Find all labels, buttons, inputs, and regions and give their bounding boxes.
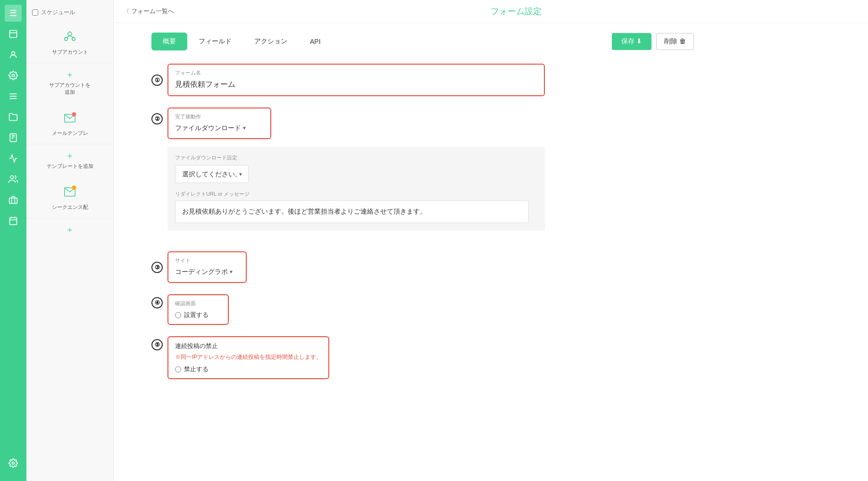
section2-select-box: 完了後動作 ファイルダウンロード リダイレクト メッセージ表示 — [167, 108, 271, 139]
redirect-section: リダイレクトURL or メッセージ — [175, 191, 537, 223]
sidebar-chart-icon[interactable] — [5, 150, 22, 167]
section-spam: ⑤ 連続投稿の禁止 ※同一IPアドレスからの連続投稿を指定時間禁止します。 禁止… — [151, 336, 694, 379]
confirmation-radio-text: 設置する — [184, 311, 209, 319]
section5-container: 連続投稿の禁止 ※同一IPアドレスからの連続投稿を指定時間禁止します。 禁止する — [167, 336, 329, 379]
sidebar-list-icon[interactable] — [5, 88, 22, 105]
sidebar-calc-icon[interactable] — [5, 129, 22, 146]
mail-template-item[interactable]: メールテンプレ — [26, 101, 113, 144]
section1-number: ① — [151, 75, 163, 86]
add-sequence[interactable]: ＋ — [26, 218, 113, 242]
svg-point-19 — [65, 38, 67, 41]
svg-line-22 — [70, 36, 74, 38]
section-form-name: ① フォーム名 — [151, 64, 694, 96]
redirect-input[interactable] — [175, 200, 529, 223]
svg-point-20 — [72, 38, 75, 41]
sub-account-label: サブアカウント — [52, 49, 88, 56]
section-confirmation: ④ 確認画面 設置する — [151, 294, 694, 325]
completion-action-label: 完了後動作 — [175, 113, 264, 120]
add-template-icon: ＋ — [66, 150, 74, 161]
svg-rect-7 — [10, 134, 16, 142]
add-sequence-icon: ＋ — [66, 224, 74, 235]
spam-description: ※同一IPアドレスからの連続投稿を指定時間禁止します。 — [175, 353, 322, 361]
sidebar-folder-icon[interactable] — [5, 108, 22, 125]
svg-rect-12 — [9, 198, 17, 204]
file-download-label: ファイルダウンロード設定 — [175, 154, 537, 161]
sidebar-gear-icon[interactable] — [5, 67, 22, 84]
section-site: ③ サイト コーディングラボ — [151, 251, 694, 283]
content-area: 概要 フィールド アクション API 保存 ⬇ 削除 🗑 ① フォーム名 — [114, 23, 868, 481]
sidebar-menu-icon[interactable]: ☰ — [5, 5, 22, 22]
delete-label: 削除 🗑 — [664, 37, 686, 46]
file-download-settings: ファイルダウンロード設定 選択してください。 リダイレクトURL or メッセー… — [167, 147, 545, 231]
section4-container: 確認画面 設置する — [167, 294, 229, 325]
add-template-label: テンプレートを追加 — [47, 163, 93, 170]
sidebar-cloud-icon[interactable] — [5, 25, 22, 42]
sequence-item[interactable]: シークエンス配 — [26, 175, 113, 218]
completion-select-wrapper: ファイルダウンロード リダイレクト メッセージ表示 — [175, 122, 252, 133]
sidebar-users-icon[interactable] — [5, 171, 22, 188]
spam-radio[interactable] — [175, 366, 181, 373]
spam-radio-label[interactable]: 禁止する — [175, 365, 322, 373]
add-sub-account[interactable]: ＋ サブアカウントを追加 — [26, 63, 113, 101]
sidebar-calendar-icon[interactable] — [5, 212, 22, 229]
svg-point-26 — [72, 186, 76, 190]
sub-account-icon — [60, 27, 79, 46]
schedule-checkbox[interactable] — [32, 9, 38, 16]
svg-rect-13 — [10, 217, 17, 224]
section4-number: ④ — [151, 297, 163, 308]
add-template[interactable]: ＋ テンプレートを追加 — [26, 144, 113, 175]
tab-actions[interactable]: アクション — [243, 33, 299, 50]
schedule-header[interactable]: スケジュール — [26, 5, 113, 20]
section2-container: 完了後動作 ファイルダウンロード リダイレクト メッセージ表示 ファイルダウンロ… — [167, 108, 694, 240]
file-select-wrapper: 選択してください。 — [175, 165, 249, 183]
site-select-wrapper: コーディングラボ — [175, 266, 239, 277]
form-name-label: フォーム名 — [175, 69, 537, 76]
sub-sidebar: スケジュール サブアカウント ＋ サブアカウントを追加 メールテンプレ — [26, 0, 114, 481]
mail-template-label: メールテンプレ — [52, 130, 88, 137]
save-label: 保存 ⬇ — [621, 37, 642, 46]
site-label: サイト — [175, 257, 239, 264]
add-sub-account-icon: ＋ — [66, 69, 74, 80]
main-content: 〈 フォーム一覧へ フォーム設定 概要 フィールド アクション API 保存 ⬇… — [114, 0, 868, 481]
svg-point-17 — [12, 462, 15, 464]
tab-overview[interactable]: 概要 — [151, 33, 187, 50]
confirmation-label: 確認画面 — [175, 300, 221, 307]
back-link[interactable]: 〈 フォーム一覧へ — [123, 7, 174, 16]
svg-point-2 — [12, 51, 15, 55]
completion-select[interactable]: ファイルダウンロード リダイレクト メッセージ表示 — [175, 122, 252, 133]
mail-template-icon — [60, 108, 79, 127]
form-name-input[interactable] — [175, 78, 537, 91]
section3-container: サイト コーディングラボ — [167, 251, 247, 283]
section1-container: フォーム名 — [167, 64, 545, 96]
site-select[interactable]: コーディングラボ — [175, 266, 239, 277]
page-title: フォーム設定 — [174, 6, 859, 17]
svg-point-24 — [72, 112, 76, 116]
svg-point-3 — [12, 75, 15, 77]
sidebar-building-icon[interactable] — [5, 191, 22, 208]
add-sub-account-label: サブアカウントを追加 — [49, 82, 91, 96]
svg-line-21 — [66, 36, 70, 38]
sub-account-item[interactable]: サブアカウント — [26, 20, 113, 63]
section2-number: ② — [151, 113, 163, 124]
svg-point-18 — [68, 32, 72, 36]
tab-api[interactable]: API — [299, 33, 332, 50]
confirmation-radio-label[interactable]: 設置する — [175, 311, 221, 319]
content-inner: 概要 フィールド アクション API 保存 ⬇ 削除 🗑 ① フォーム名 — [128, 33, 694, 379]
delete-button[interactable]: 削除 🗑 — [656, 33, 694, 50]
confirmation-radio[interactable] — [175, 312, 181, 318]
section5-number: ⑤ — [151, 339, 163, 350]
schedule-label: スケジュール — [41, 8, 75, 17]
svg-point-11 — [10, 176, 14, 179]
sidebar-settings-icon[interactable] — [5, 455, 22, 472]
file-select[interactable]: 選択してください。 — [175, 165, 249, 183]
tab-fields[interactable]: フィールド — [187, 33, 243, 50]
save-button[interactable]: 保存 ⬇ — [612, 33, 651, 50]
svg-rect-0 — [10, 31, 17, 38]
sequence-label: シークエンス配 — [52, 204, 88, 211]
sidebar-user-icon[interactable] — [5, 46, 22, 63]
tabs-row: 概要 フィールド アクション API 保存 ⬇ 削除 🗑 — [151, 33, 694, 50]
section-completion: ② 完了後動作 ファイルダウンロード リダイレクト メッセージ表示 — [151, 108, 694, 240]
topbar: 〈 フォーム一覧へ フォーム設定 — [114, 0, 868, 23]
redirect-label: リダイレクトURL or メッセージ — [175, 191, 537, 198]
section3-number: ③ — [151, 262, 163, 273]
